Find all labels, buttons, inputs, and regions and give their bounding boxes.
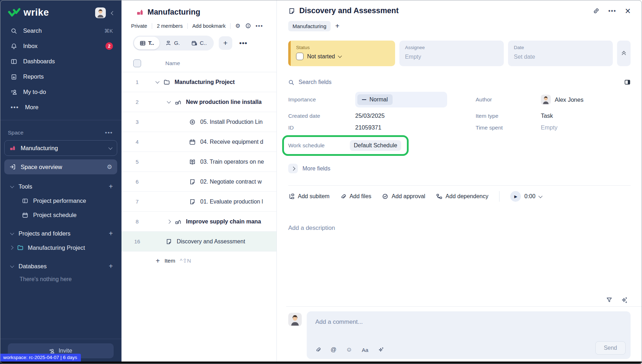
work-schedule-value[interactable]: Default Schedule	[350, 140, 401, 151]
date-card[interactable]: Date Set date	[508, 41, 613, 66]
sidebar-item-space-overview[interactable]: Space overview ⚙	[4, 159, 117, 174]
filter-icon[interactable]	[606, 297, 612, 304]
sidebar-item-manufacturing-project[interactable]: Manufacturing Project	[0, 241, 121, 255]
panel-toggle-icon[interactable]	[624, 79, 631, 85]
comment-placeholder: Add a comment...	[315, 318, 363, 326]
user-avatar[interactable]	[95, 7, 106, 18]
row-expand-toggle[interactable]	[164, 101, 174, 103]
text-format-icon[interactable]: Aa	[362, 347, 368, 353]
table-row[interactable]: 2 New production line installa	[121, 92, 276, 112]
importance-field[interactable]: Normal	[355, 92, 447, 107]
wrike-logo-text: wrike	[24, 7, 49, 18]
space-selector[interactable]: Manufacturing	[4, 140, 117, 156]
sidebar-collapse-icon[interactable]	[112, 10, 114, 16]
ai-sparkle-icon[interactable]	[378, 347, 384, 353]
add-tag-icon[interactable]: +	[335, 22, 340, 30]
sidebar-section-tools[interactable]: Tools +	[0, 179, 121, 194]
sidebar-item-reports[interactable]: Reports	[0, 69, 121, 84]
add-tool-icon[interactable]: +	[109, 183, 113, 191]
tab-calendar[interactable]: C..	[186, 37, 213, 49]
sidebar-item-more[interactable]: ••• More	[0, 100, 121, 115]
table-row-selected[interactable]: 16 Discovery and Assessment	[121, 232, 276, 252]
send-button[interactable]: Send	[595, 341, 626, 355]
plus-icon: +	[156, 257, 160, 265]
more-options-icon[interactable]: •••	[608, 8, 616, 14]
add-database-icon[interactable]: +	[109, 262, 113, 270]
more-options-icon[interactable]: •••	[256, 23, 263, 29]
row-expand-toggle[interactable]	[153, 81, 162, 83]
created-date-value[interactable]: 25/03/2025	[355, 112, 473, 119]
select-all-checkbox[interactable]	[133, 59, 141, 67]
gear-icon[interactable]: ⚙	[235, 22, 240, 29]
dashboards-icon	[11, 58, 17, 65]
sidebar-item-search[interactable]: Search ⌘K	[0, 23, 121, 38]
gear-icon[interactable]: ⚙	[107, 163, 112, 171]
view-options-icon[interactable]: •••	[237, 39, 250, 47]
id-value[interactable]: 21059371	[355, 124, 473, 131]
author-avatar	[541, 95, 551, 105]
status-checkbox[interactable]	[296, 53, 304, 60]
info-icon[interactable]	[245, 23, 251, 29]
add-bookmark-link[interactable]: Add bookmark	[192, 23, 226, 29]
databases-empty-text: There's nothing here	[0, 273, 121, 283]
tab-group: T.. G. C..	[133, 36, 214, 51]
emoji-icon[interactable]: ☺	[346, 346, 352, 353]
table-row[interactable]: 7 01. Evaluate production l	[121, 192, 276, 212]
table-row[interactable]: 8 Improve supply chain mana	[121, 212, 276, 232]
wrike-logo[interactable]: wrike	[8, 7, 49, 18]
sidebar-item-dashboards[interactable]: Dashboards	[0, 54, 121, 69]
calendar-icon	[188, 139, 197, 145]
members-link[interactable]: 2 members	[157, 23, 183, 29]
tab-table[interactable]: T..	[134, 37, 160, 49]
table-icon	[140, 40, 146, 46]
row-expand-toggle[interactable]	[164, 220, 174, 223]
tab-gantt[interactable]: G.	[160, 37, 185, 49]
add-subitem-label: Add subitem	[298, 193, 330, 200]
time-spent-value[interactable]: Empty	[541, 124, 631, 131]
divider	[286, 306, 642, 307]
add-item-button[interactable]: + Item ^⇧N	[121, 252, 276, 270]
mention-icon[interactable]: @	[331, 347, 336, 353]
sidebar-section-databases[interactable]: Databases +	[0, 259, 121, 273]
link-icon[interactable]	[593, 7, 600, 14]
location-tag[interactable]: Manufacturing	[288, 21, 331, 31]
add-approval-button[interactable]: Add approval	[382, 193, 425, 200]
privacy-label[interactable]: Private	[131, 23, 147, 29]
ai-sparkle-icon[interactable]	[621, 297, 628, 304]
table-row[interactable]: 6 02. Negotiate contract w	[121, 172, 276, 192]
sidebar-item-my-todo[interactable]: My to-do	[0, 84, 121, 100]
collapse-fields-button[interactable]	[617, 41, 631, 66]
add-view-button[interactable]: +	[219, 36, 232, 50]
space-section-label: Space	[8, 130, 24, 136]
add-files-button[interactable]: Add files	[340, 193, 371, 200]
assignee-value: Empty	[405, 54, 498, 60]
sidebar-item-inbox[interactable]: Inbox 2	[0, 38, 121, 54]
time-tracker[interactable]: ▶ 0:00	[510, 191, 542, 202]
sidebar-item-project-performance[interactable]: Project performance	[0, 194, 121, 208]
add-dependency-button[interactable]: Add dependency	[436, 193, 488, 200]
sidebar-section-projects[interactable]: Projects and folders +	[0, 226, 121, 241]
description-input[interactable]: Add a description	[288, 225, 631, 297]
search-icon	[11, 28, 17, 34]
add-project-icon[interactable]: +	[109, 230, 113, 238]
row-title: 03. Train operators on ne	[200, 159, 264, 165]
table-row[interactable]: 5 03. Train operators on ne	[121, 152, 276, 172]
table-row[interactable]: 3 05. Install Production Lin	[121, 112, 276, 132]
add-subitem-button[interactable]: Add subitem	[288, 193, 330, 200]
item-type-value[interactable]: Task	[541, 112, 631, 119]
status-card[interactable]: Status Not started	[288, 41, 395, 66]
space-menu-icon[interactable]: •••	[105, 130, 113, 136]
assignee-card[interactable]: Assignee Empty	[399, 41, 504, 66]
space-section-header: Space •••	[0, 120, 121, 139]
attach-icon[interactable]	[315, 347, 321, 353]
table-row[interactable]: 1 Manufacturing Project	[121, 72, 276, 92]
work-schedule-row: Work schedule Default Schedule	[288, 135, 631, 156]
search-fields-input[interactable]: Search fields	[299, 79, 332, 85]
table-row[interactable]: 4 04. Receive equipment d	[121, 132, 276, 152]
close-icon[interactable]: ×	[625, 7, 631, 15]
sidebar-item-project-schedule[interactable]: Project schedule	[0, 208, 121, 222]
more-fields-button[interactable]: More fields	[288, 164, 631, 173]
divider	[499, 191, 499, 202]
author-field[interactable]: Alex Jones	[541, 95, 631, 105]
comment-input[interactable]: Add a comment... @ ☺ Aa Send	[307, 311, 631, 359]
